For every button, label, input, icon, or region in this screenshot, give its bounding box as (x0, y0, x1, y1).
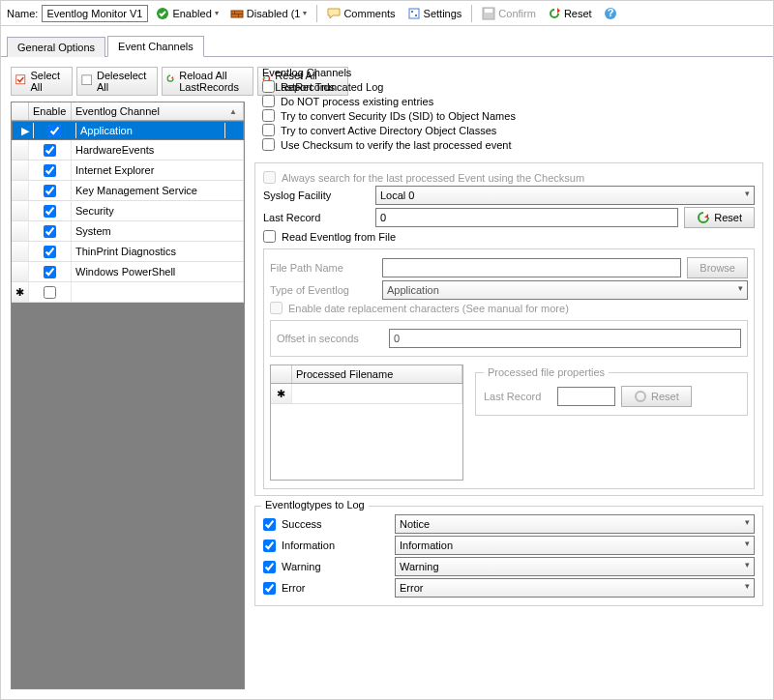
row-channel-cell[interactable]: Key Management Service (72, 181, 244, 200)
sid-option[interactable]: Try to convert Security IDs (SID) to Obj… (262, 109, 516, 122)
checkbox-checked-icon (15, 74, 26, 88)
grid-header-channel[interactable]: Eventlog Channel▲ (72, 102, 244, 120)
separator (316, 5, 317, 22)
row-enable-checkbox[interactable] (44, 185, 56, 197)
adoc-checkbox[interactable] (262, 124, 275, 136)
row-channel-cell[interactable]: HardwareEvents (72, 140, 244, 160)
enable-date-checkbox (270, 302, 283, 314)
svg-rect-6 (411, 11, 413, 13)
props-last-input (557, 387, 615, 406)
chevron-down-icon: ▾ (215, 9, 219, 17)
logtype-select[interactable] (395, 536, 755, 555)
row-enable-checkbox[interactable] (48, 125, 61, 137)
new-row-enable-checkbox[interactable] (44, 286, 56, 299)
brick-icon (230, 7, 244, 20)
table-row[interactable]: System (12, 221, 244, 242)
logtype-option[interactable]: Success (263, 518, 389, 531)
syslog-facility-select[interactable] (375, 186, 755, 205)
row-enable-checkbox[interactable] (44, 164, 56, 177)
deselect-all-button[interactable]: Deleselect All (76, 67, 158, 96)
confirm-button[interactable]: Confirm (478, 6, 540, 21)
reload-all-button[interactable]: Reload All LastRecords (162, 67, 253, 96)
logtype-checkbox[interactable] (263, 540, 276, 552)
logtype-select[interactable] (395, 578, 755, 598)
reload-all-label: Reload All LastRecords (179, 70, 244, 93)
row-marker (12, 262, 29, 281)
comments-button[interactable]: Comments (323, 6, 399, 21)
table-row[interactable]: ThinPrint Diagnostics (12, 242, 244, 262)
enabled-toggle[interactable]: Enabled ▾ (152, 6, 222, 21)
row-channel-cell[interactable]: System (72, 221, 244, 241)
help-button[interactable]: ? (600, 6, 621, 21)
logtype-checkbox[interactable] (263, 561, 276, 573)
row-channel-cell[interactable]: Windows PowerShell (72, 262, 244, 281)
select-all-button[interactable]: Select All (11, 67, 73, 96)
processed-header[interactable]: Processed Filename (292, 365, 462, 383)
enabled-label: Enabled (172, 8, 211, 19)
read-from-file-option[interactable]: Read Eventlog from File (263, 230, 396, 243)
table-row[interactable]: Windows PowerShell (12, 262, 244, 282)
grid-header: Enable Eventlog Channel▲ (12, 102, 244, 121)
row-marker (12, 201, 29, 220)
processed-props-legend: Processed file properties (484, 366, 609, 378)
noprocess-option[interactable]: Do NOT process existing entries (262, 95, 433, 107)
separator (471, 5, 472, 22)
logtype-option[interactable]: Error (263, 582, 389, 595)
logtype-option[interactable]: Warning (263, 561, 389, 573)
read-from-file-checkbox[interactable] (263, 230, 276, 243)
logtype-select[interactable] (395, 514, 755, 534)
svg-rect-4 (238, 15, 239, 17)
grid-new-row[interactable]: ✱ (12, 282, 244, 303)
adoc-option[interactable]: Try to convert Active Directory Object C… (262, 124, 496, 136)
row-enable-checkbox[interactable] (44, 266, 56, 278)
logtypes-legend: Eventlogtypes to Log (261, 499, 369, 510)
logtype-checkbox[interactable] (263, 518, 276, 531)
logtype-checkbox[interactable] (263, 582, 276, 595)
table-row[interactable]: ▶ Application (12, 121, 244, 140)
filepath-input (382, 258, 681, 277)
row-enable-checkbox[interactable] (44, 144, 56, 157)
row-enable-checkbox[interactable] (44, 225, 56, 238)
checksum-option[interactable]: Use Checksum to verify the last processe… (262, 138, 511, 151)
name-input[interactable] (42, 5, 148, 22)
last-record-reset-button[interactable]: Reset (684, 207, 755, 228)
row-channel-cell[interactable]: Security (72, 201, 244, 220)
row-channel-cell[interactable]: ThinPrint Diagnostics (72, 242, 244, 261)
action-bar: Select All Deleselect All Reload All Las… (11, 67, 245, 96)
syslog-facility-label: Syslog Facility (263, 190, 370, 201)
tab-general[interactable]: General Options (7, 37, 105, 57)
check-circle-icon (156, 7, 169, 20)
save-icon (482, 7, 495, 20)
logtype-select[interactable] (395, 557, 755, 576)
confirm-label: Confirm (498, 8, 536, 19)
new-row-icon: ✱ (12, 282, 29, 302)
table-row[interactable]: HardwareEvents (12, 140, 244, 160)
always-search-checkbox (263, 171, 276, 184)
reset-top-button[interactable]: Reset (544, 6, 596, 21)
table-row[interactable]: Internet Explorer (12, 160, 244, 181)
sid-checkbox[interactable] (262, 109, 275, 122)
row-channel-cell[interactable]: Application (76, 123, 225, 138)
truncated-checkbox[interactable] (262, 80, 275, 93)
logtype-option[interactable]: Information (263, 540, 389, 552)
grid-header-enable[interactable]: Enable (29, 102, 72, 120)
svg-rect-5 (409, 9, 419, 18)
disabled-toggle[interactable]: Disabled (1 ▾ (226, 6, 312, 21)
truncated-option[interactable]: Report Truncated Log (262, 80, 383, 93)
tab-bar: General Options Event Channels (1, 32, 773, 57)
row-channel-cell[interactable]: Internet Explorer (72, 160, 244, 180)
offset-input (389, 329, 741, 348)
row-enable-checkbox[interactable] (44, 246, 56, 258)
row-enable-checkbox[interactable] (44, 205, 56, 218)
settings-button[interactable]: Settings (403, 6, 466, 21)
table-row[interactable]: Key Management Service (12, 181, 244, 201)
tab-channels[interactable]: Event Channels (107, 36, 204, 57)
svg-rect-7 (415, 15, 417, 16)
processed-new-row[interactable]: ✱ (271, 384, 462, 404)
checksum-checkbox[interactable] (262, 138, 275, 151)
last-record-input[interactable] (375, 208, 678, 227)
sort-asc-icon: ▲ (229, 107, 237, 116)
table-row[interactable]: Security (12, 201, 244, 221)
noprocess-checkbox[interactable] (262, 95, 275, 107)
settings-icon (407, 7, 421, 20)
